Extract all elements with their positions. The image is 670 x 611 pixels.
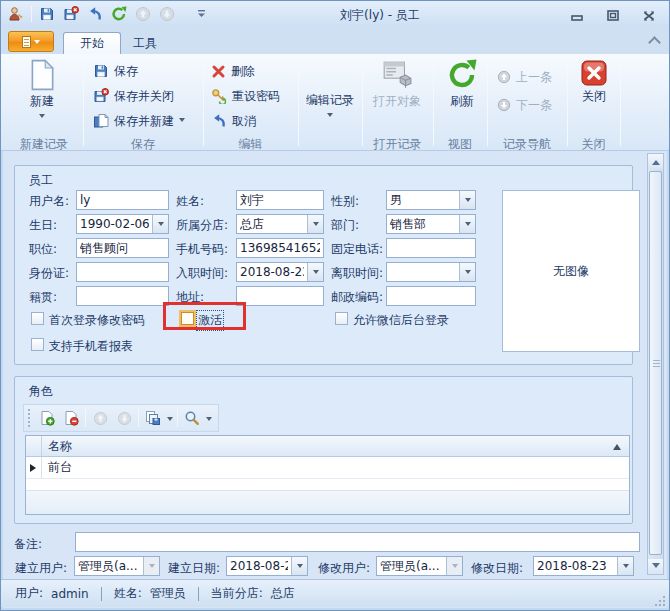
chevron-down-icon (327, 113, 333, 120)
qat-save-button[interactable] (38, 5, 56, 23)
maximize-button[interactable] (603, 8, 623, 23)
reset-password-button[interactable]: 重设密码 (211, 85, 280, 107)
field-label-department: 部门: (331, 217, 359, 234)
status-separator (198, 587, 199, 601)
tab-tools[interactable]: 工具 (117, 32, 173, 54)
edit-record-button[interactable]: 编辑记录 (299, 90, 361, 120)
chevron-down-icon[interactable] (459, 191, 475, 209)
allow-wechat-backend-login-checkbox[interactable] (335, 312, 348, 325)
resize-grip[interactable] (653, 594, 665, 606)
close-form-button[interactable]: 关闭 (569, 60, 619, 105)
qat-separator (31, 6, 32, 22)
group-caption-nav: 记录导航 (487, 136, 567, 153)
landline-input[interactable] (386, 238, 476, 258)
field-label-landline: 固定电话: (331, 241, 383, 258)
roles-table-header[interactable]: 名称 (26, 436, 629, 457)
remark-input[interactable] (75, 532, 640, 552)
username-input[interactable] (76, 190, 169, 210)
branch-combo[interactable] (236, 214, 324, 234)
delete-icon (211, 64, 226, 79)
chevron-down-icon[interactable] (206, 417, 212, 424)
new-button[interactable]: 新建 (11, 59, 73, 121)
ribbon: 新建 新建记录 保存 保存并关闭 保存并新建 保存 删除 重设密码 (1, 54, 669, 151)
group-caption-save: 保存 (83, 136, 203, 153)
hire-date-combo[interactable] (236, 262, 324, 282)
chevron-down-icon[interactable] (291, 557, 307, 575)
created-by-combo[interactable] (74, 556, 160, 576)
add-role-button[interactable] (37, 408, 57, 428)
chevron-down-icon[interactable] (459, 215, 475, 233)
department-combo[interactable] (386, 214, 476, 234)
modified-by-combo[interactable] (376, 556, 463, 576)
modified-date-label: 修改日期: (471, 560, 523, 577)
qat-undo-button[interactable] (86, 5, 104, 23)
remark-label: 备注: (14, 536, 42, 553)
first-login-change-password-checkbox[interactable] (31, 312, 44, 325)
tab-home[interactable]: 开始 (63, 32, 121, 54)
vertical-scrollbar[interactable] (647, 153, 664, 575)
up-circle-icon (93, 411, 108, 426)
employee-photo-placeholder[interactable]: 无图像 (502, 190, 640, 352)
refresh-button[interactable]: 刷新 (438, 59, 486, 110)
mobile-input[interactable] (236, 238, 324, 258)
created-date-combo[interactable] (226, 556, 308, 576)
close-button[interactable] (639, 8, 659, 23)
triangle-down-icon (652, 563, 660, 572)
leave-date-combo[interactable] (386, 262, 476, 282)
export-button[interactable] (143, 408, 163, 428)
save-button-label: 保存 (114, 63, 138, 80)
field-label-mobile: 手机号码: (176, 241, 228, 258)
toolbar-grip[interactable] (28, 409, 31, 427)
position-input[interactable] (76, 238, 169, 258)
scrollbar-thumb[interactable] (649, 171, 662, 555)
status-bar: 用户: admin 姓名: 管理员 当前分店: 总店 (1, 579, 669, 607)
idcard-input[interactable] (76, 262, 169, 282)
chevron-down-icon[interactable] (307, 263, 323, 281)
save-icon (93, 63, 109, 79)
support-mobile-report-label[interactable]: 支持手机看报表 (49, 338, 133, 355)
status-name-label: 姓名: (114, 585, 142, 602)
native-place-input[interactable] (76, 286, 169, 306)
save-button[interactable]: 保存 (93, 60, 138, 82)
birthday-combo[interactable] (76, 214, 169, 234)
table-row[interactable]: 前台 (26, 457, 629, 479)
collapse-ribbon-icon[interactable] (650, 37, 659, 42)
support-mobile-report-checkbox[interactable] (31, 338, 44, 351)
save-new-button[interactable]: 保存并新建 (93, 110, 185, 132)
chevron-down-icon[interactable] (152, 215, 168, 233)
first-login-change-password-label[interactable]: 首次登录修改密码 (49, 312, 145, 329)
field-label-branch: 所属分店: (176, 217, 228, 234)
cancel-button[interactable]: 取消 (211, 110, 256, 132)
chevron-down-icon[interactable] (617, 557, 633, 575)
modified-date-combo[interactable] (533, 556, 634, 576)
gender-combo[interactable] (386, 190, 476, 210)
save-close-button[interactable]: 保存并关闭 (93, 85, 174, 107)
status-branch-value: 总店 (271, 585, 295, 602)
chevron-down-icon[interactable] (459, 263, 475, 281)
scroll-up-button[interactable] (648, 154, 663, 169)
role-name-cell[interactable]: 前台 (42, 457, 629, 478)
chevron-down-icon[interactable] (307, 215, 323, 233)
title-bar: 刘宇(ly) - 员工 (1, 1, 669, 28)
minimize-button[interactable] (567, 8, 587, 23)
created-date-label: 建立日期: (168, 560, 220, 577)
add-page-icon (39, 410, 55, 426)
qat-save-close-button[interactable] (62, 5, 80, 23)
remove-role-button[interactable] (61, 408, 81, 428)
application-menu-button[interactable] (8, 31, 54, 52)
scroll-down-button[interactable] (648, 559, 663, 574)
name-input[interactable] (236, 190, 324, 210)
group-caption-open-record: 打开记录 (362, 136, 433, 153)
delete-button[interactable]: 删除 (211, 60, 255, 82)
move-down-button (114, 408, 134, 428)
column-header-name[interactable]: 名称 (48, 438, 72, 455)
postcode-input[interactable] (386, 286, 476, 306)
new-button-label: 新建 (30, 93, 54, 110)
roles-table: 名称 前台 (25, 435, 630, 515)
qat-refresh-button[interactable] (110, 5, 128, 23)
search-button[interactable] (182, 408, 202, 428)
chevron-down-icon[interactable] (167, 417, 173, 424)
row-indicator (26, 457, 42, 478)
allow-wechat-backend-login-label[interactable]: 允许微信后台登录 (353, 312, 449, 329)
address-input[interactable] (236, 286, 324, 306)
